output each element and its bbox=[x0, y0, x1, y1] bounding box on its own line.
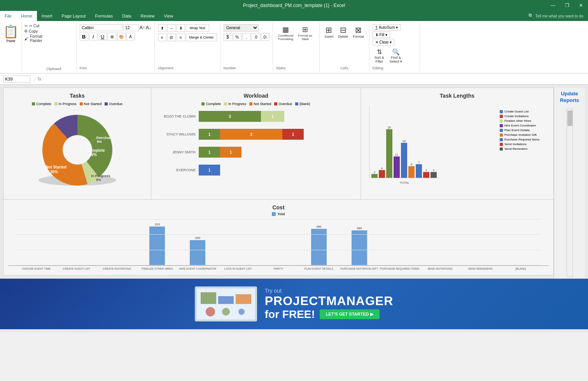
tl-legend-9: Send Reminders bbox=[500, 147, 547, 151]
font-color-button[interactable]: A bbox=[126, 33, 135, 40]
wl-complete-dot bbox=[201, 102, 205, 105]
tl-bar-2 bbox=[379, 170, 385, 178]
styles-group: ▦ Conditional Formatting ⊞ Format as Tab… bbox=[273, 23, 320, 72]
border-button[interactable]: ⊞ bbox=[108, 33, 116, 40]
decrease-decimal-button[interactable]: .0↓ bbox=[261, 33, 270, 41]
svg-rect-2 bbox=[218, 296, 234, 304]
menu-review[interactable]: Review bbox=[136, 11, 159, 21]
bozo-label: BOZO THE CLOWN bbox=[156, 114, 199, 118]
cells-row: ⊞ Insert ⊟ Delete ⊠ Format bbox=[323, 24, 366, 40]
number-group: General $ % , .0 .0↓ Number bbox=[220, 23, 273, 72]
promo-banner[interactable]: Try out PROJECTMANAGER for FREE! LET'S G… bbox=[0, 279, 588, 329]
tl-bar-8 bbox=[423, 172, 429, 178]
format-button[interactable]: ⊠ Format bbox=[351, 24, 366, 40]
number-format-select[interactable]: General bbox=[224, 24, 259, 32]
cost-lbl-purchase-req: PURCHASE REQUIRED ITEMS bbox=[380, 267, 420, 270]
charts-area: Tasks Complete In Progress Not Starte bbox=[3, 88, 585, 279]
editing-sort-find: ⇅ Sort & Filter 🔍 Find & Select ▾ bbox=[373, 47, 404, 65]
menu-page-layout[interactable]: Page Layout bbox=[57, 11, 91, 21]
cut-button[interactable]: ✂ ✂ Cut bbox=[24, 23, 43, 28]
svg-point-6 bbox=[238, 309, 245, 315]
cost-bar-finalize-rect bbox=[149, 226, 165, 265]
menu-insert[interactable]: Insert bbox=[37, 11, 57, 21]
font-name-input[interactable] bbox=[80, 24, 122, 31]
grid-line-1 bbox=[16, 219, 541, 219]
svg-rect-3 bbox=[236, 294, 251, 304]
fill-button[interactable]: ⬇ Fill ▾ bbox=[373, 32, 390, 38]
wrap-text-button[interactable]: Wrap Text bbox=[186, 24, 209, 32]
align-center-button[interactable]: ☰ bbox=[167, 33, 176, 41]
formula-input[interactable] bbox=[44, 76, 585, 82]
align-left-button[interactable]: ≡ bbox=[158, 33, 166, 41]
menu-file[interactable]: File bbox=[0, 11, 16, 21]
cost-lbl-create-inv: CREATE INVITATIONS bbox=[97, 267, 137, 270]
paste-button[interactable]: 📋 Paste bbox=[0, 23, 22, 72]
format-as-table-button[interactable]: ⊞ Format as Table bbox=[296, 24, 314, 42]
format-painter-button[interactable]: 🖌 Format Painter bbox=[24, 34, 43, 43]
wl-overdue-dot bbox=[274, 102, 277, 105]
overdue-label: Overdue bbox=[96, 136, 110, 140]
copy-button[interactable]: ⧉ Copy bbox=[24, 28, 43, 34]
wl-legend-overdue: Overdue bbox=[274, 102, 292, 106]
clear-button[interactable]: ✕ Clear ▾ bbox=[373, 39, 394, 46]
window-controls[interactable]: — ❐ ✕ bbox=[546, 0, 588, 11]
not-started-dot bbox=[80, 102, 83, 105]
delete-icon: ⊟ bbox=[340, 25, 346, 35]
menu-bar: File Home Insert Page Layout Formulas Da… bbox=[0, 11, 588, 21]
workload-row-bozo: BOZO THE CLOWN 3 1 bbox=[156, 111, 356, 122]
menu-search[interactable]: 🔍 Tell me what you want to do bbox=[523, 11, 588, 21]
cell-reference-input[interactable] bbox=[3, 75, 30, 83]
percent-button[interactable]: % bbox=[233, 33, 242, 41]
menu-view[interactable]: View bbox=[159, 11, 178, 21]
italic-button[interactable]: I bbox=[89, 33, 98, 40]
font-size-input[interactable] bbox=[123, 24, 139, 31]
maximize-button[interactable]: ❐ bbox=[560, 0, 574, 11]
currency-button[interactable]: $ bbox=[224, 33, 232, 41]
menu-formulas[interactable]: Formulas bbox=[90, 11, 117, 21]
function-wizard-icon[interactable]: fx bbox=[38, 76, 41, 82]
autosum-button[interactable]: ∑ AutoSum ▾ bbox=[373, 24, 401, 31]
align-middle-button[interactable]: ↔ bbox=[167, 24, 176, 32]
align-right-button[interactable]: ≡ bbox=[177, 33, 185, 41]
merge-center-button[interactable]: Merge & Center bbox=[186, 33, 217, 41]
update-reports-button[interactable]: UpdateReports bbox=[557, 88, 582, 107]
stacy-bar-complete: 1 bbox=[199, 129, 220, 140]
fill-color-button[interactable]: 🎨 bbox=[117, 33, 126, 40]
increase-font-button[interactable]: A↑ bbox=[140, 25, 145, 30]
conditional-formatting-button[interactable]: ▦ Conditional Formatting bbox=[276, 24, 296, 42]
task-lengths-panel: Task Lengths 2 bbox=[361, 88, 553, 199]
comma-button[interactable]: , bbox=[242, 33, 251, 41]
tl-val-2: 4 bbox=[381, 167, 383, 170]
find-select-button[interactable]: 🔍 Find & Select ▾ bbox=[388, 47, 404, 65]
banner-cta-button[interactable]: LET'S GET STARTED ▶ bbox=[320, 309, 380, 319]
align-top-button[interactable]: ⬆ bbox=[158, 24, 166, 32]
delete-button[interactable]: ⊟ Delete bbox=[336, 24, 350, 40]
align-bottom-button[interactable]: ⬇ bbox=[177, 24, 185, 32]
tl-bar-9 bbox=[430, 172, 437, 178]
task-lengths-svg: 2 4 25 11 bbox=[366, 102, 443, 188]
cost-chart-wrapper: 310 200 bbox=[8, 219, 549, 270]
banner-free-text: for FREE! bbox=[265, 308, 315, 321]
stacy-label: STACY WILLIAMS bbox=[156, 132, 199, 136]
menu-data[interactable]: Data bbox=[117, 11, 136, 21]
underline-button[interactable]: U bbox=[98, 33, 107, 40]
sort-filter-button[interactable]: ⇅ Sort & Filter bbox=[373, 47, 386, 65]
scrollbar-track[interactable] bbox=[567, 109, 573, 277]
increase-decimal-button[interactable]: .0 bbox=[252, 33, 260, 41]
scrollbar-thumb[interactable] bbox=[567, 111, 573, 126]
tl-val-4: 11 bbox=[395, 153, 398, 156]
bold-button[interactable]: B bbox=[80, 33, 88, 40]
insert-button[interactable]: ⊞ Insert bbox=[323, 24, 336, 40]
everyone-bar-blank: 1 bbox=[199, 165, 220, 176]
complete-label: Complete bbox=[87, 148, 105, 153]
task-lengths-body: 2 4 25 11 bbox=[366, 102, 549, 188]
minimize-button[interactable]: — bbox=[546, 0, 560, 11]
insert-icon: ⊞ bbox=[326, 25, 332, 35]
menu-home[interactable]: Home bbox=[16, 11, 37, 21]
tasks-title: Tasks bbox=[8, 93, 146, 99]
close-button[interactable]: ✕ bbox=[574, 0, 588, 11]
cost-bar-hire-rect bbox=[190, 240, 205, 265]
task-lengths-bars: 2 4 25 11 bbox=[366, 102, 498, 188]
font-group: A↑ A↓ B I U ⊞ 🎨 A Font bbox=[77, 23, 155, 72]
decrease-font-button[interactable]: A↓ bbox=[146, 25, 151, 30]
